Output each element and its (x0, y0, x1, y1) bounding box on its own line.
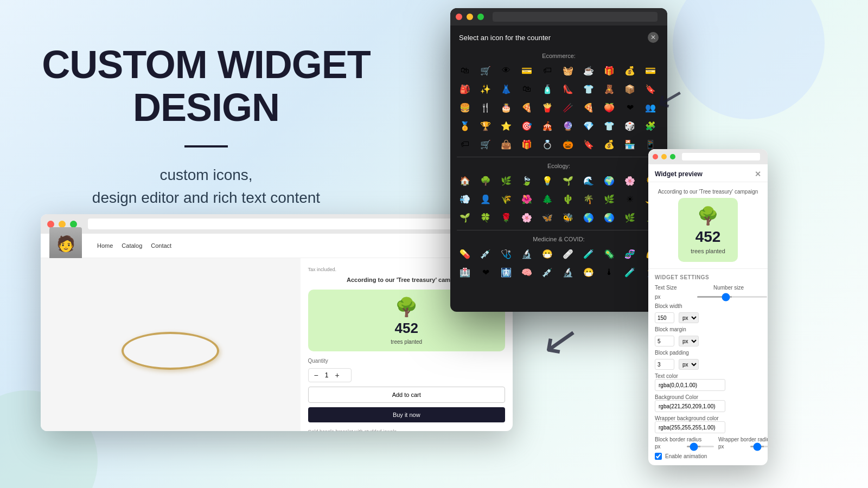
icon-cell[interactable]: 🌏 (601, 209, 617, 226)
icon-cell[interactable]: 👁 (498, 62, 514, 79)
modal-body[interactable]: Ecommerce: 🛍 🛒 👁 💳 🏷 🧺 ☕ 🎁 💰 💳 🎒 ✨ 👗 🛍 🧴… (450, 47, 667, 312)
icon-cell[interactable]: 🍟 (539, 99, 556, 115)
icon-cell[interactable]: 💉 (477, 246, 494, 262)
icon-cell[interactable]: 💨 (457, 191, 473, 207)
icon-cell[interactable]: 💍 (539, 136, 556, 152)
icon-cell[interactable]: 🩺 (498, 246, 514, 262)
icon-cell[interactable]: 🌊 (580, 172, 597, 189)
icon-cell[interactable]: 🛒 (477, 136, 494, 152)
icon-cell[interactable]: 🏅 (457, 118, 473, 134)
icon-cell[interactable]: 🏷 (457, 136, 473, 152)
icon-cell[interactable]: 🔖 (580, 136, 597, 152)
block-padding-unit-select[interactable]: px (679, 359, 699, 370)
icon-cell[interactable]: 🛒 (477, 62, 494, 79)
icon-cell[interactable]: 🌹 (498, 209, 514, 226)
icon-cell[interactable]: 💳 (519, 62, 535, 79)
icon-cell[interactable]: 🌴 (580, 191, 597, 207)
text-color-input[interactable] (655, 379, 725, 391)
icon-cell[interactable]: 🎲 (622, 118, 638, 134)
block-width-unit-select[interactable]: px (679, 312, 699, 323)
qty-plus[interactable]: + (335, 371, 339, 380)
icon-cell[interactable]: 🌿 (601, 191, 617, 207)
icon-cell[interactable]: 🏆 (477, 118, 494, 134)
icon-cell[interactable]: 🧪 (580, 246, 597, 262)
block-margin-unit-select[interactable]: px (679, 336, 699, 346)
icon-cell[interactable]: 💰 (622, 62, 638, 79)
icon-cell[interactable]: 🌱 (560, 172, 576, 189)
icon-cell[interactable]: 🛍 (457, 62, 473, 79)
icon-cell[interactable]: 😷 (580, 264, 597, 280)
icon-cell[interactable]: 🧩 (642, 118, 659, 134)
icon-cell[interactable]: 🌿 (498, 172, 514, 189)
buy-now-button[interactable]: Buy it now (308, 407, 506, 422)
icon-cell[interactable]: 👕 (580, 81, 597, 97)
icon-cell[interactable]: 🏷 (539, 62, 556, 79)
browser-maximize-dot[interactable] (70, 221, 77, 228)
icon-cell[interactable]: 🌳 (477, 172, 494, 189)
icon-cell[interactable]: 🌲 (539, 191, 556, 207)
icon-cell[interactable]: 🧠 (519, 264, 535, 280)
icon-cell[interactable]: ⭐ (498, 118, 514, 134)
icon-cell[interactable]: 👗 (498, 81, 514, 97)
icon-cell[interactable]: 🌸 (622, 172, 638, 189)
block-width-input[interactable] (655, 312, 674, 323)
icon-cell[interactable]: 🧺 (560, 62, 576, 79)
panel-minimize-dot[interactable] (661, 154, 667, 159)
icon-cell[interactable]: 🍔 (457, 99, 473, 115)
icon-cell[interactable]: 🩻 (498, 264, 514, 280)
block-border-radius-slider[interactable] (687, 446, 714, 447)
bg-color-input[interactable] (655, 400, 725, 412)
quantity-control[interactable]: − 1 + (308, 368, 352, 382)
icon-cell[interactable]: 💎 (580, 118, 597, 134)
icon-cell[interactable]: 👜 (498, 136, 514, 152)
icon-cell[interactable]: 🍕 (580, 99, 597, 115)
icon-cell[interactable]: ❤ (622, 99, 638, 115)
qty-minus[interactable]: − (314, 371, 318, 380)
icon-cell[interactable]: ❤ (477, 264, 494, 280)
modal-maximize-dot[interactable] (477, 14, 484, 20)
icon-cell[interactable]: 🎁 (519, 136, 535, 152)
text-size-slider[interactable] (697, 296, 767, 298)
icon-cell[interactable]: 👕 (601, 118, 617, 134)
icon-cell[interactable]: 🛍 (519, 81, 535, 97)
icon-cell[interactable]: 🍑 (601, 99, 617, 115)
block-margin-input[interactable] (655, 336, 674, 346)
icon-cell[interactable]: 💳 (642, 62, 659, 79)
icon-cell[interactable]: 🍴 (477, 99, 494, 115)
icon-cell[interactable]: 🌵 (560, 191, 576, 207)
icon-cell[interactable]: 🧸 (601, 81, 617, 97)
icon-cell[interactable]: 🎪 (539, 118, 556, 134)
browser-close-dot[interactable] (47, 221, 54, 228)
add-to-cart-button[interactable]: Add to cart (308, 387, 506, 403)
icon-cell[interactable]: ✨ (477, 81, 494, 97)
icon-cell[interactable]: 🏪 (622, 136, 638, 152)
icon-cell[interactable]: 🥢 (560, 99, 576, 115)
icon-cell[interactable]: 📦 (622, 81, 638, 97)
block-padding-input[interactable] (655, 359, 674, 370)
icon-cell[interactable]: 🦋 (539, 209, 556, 226)
icon-cell[interactable]: ☀ (622, 191, 638, 207)
icon-cell[interactable]: 🎯 (519, 118, 535, 134)
icon-cell[interactable]: 💊 (457, 246, 473, 262)
icon-cell[interactable]: 💉 (539, 264, 556, 280)
modal-minimize-dot[interactable] (467, 14, 473, 20)
icon-cell[interactable]: 🌡 (601, 264, 617, 280)
icon-cell[interactable]: 🏥 (457, 264, 473, 280)
nav-contact[interactable]: Contact (151, 242, 171, 249)
browser-minimize-dot[interactable] (59, 221, 66, 228)
icon-cell[interactable]: 🏠 (457, 172, 473, 189)
modal-close-button[interactable]: ✕ (648, 32, 659, 43)
icon-cell[interactable]: 🦠 (601, 246, 617, 262)
icon-cell[interactable]: 🌎 (580, 209, 597, 226)
icon-cell[interactable]: 🎃 (560, 136, 576, 152)
icon-cell[interactable]: 🌸 (519, 209, 535, 226)
icon-cell[interactable]: 🍕 (519, 99, 535, 115)
icon-cell[interactable]: 👠 (560, 81, 576, 97)
nav-catalog[interactable]: Catalog (122, 242, 142, 249)
icon-cell[interactable]: ☕ (580, 62, 597, 79)
browser-url-bar[interactable] (88, 219, 500, 229)
panel-close-dot[interactable] (653, 154, 658, 159)
icon-cell[interactable]: 🌾 (498, 191, 514, 207)
icon-cell[interactable]: 🩹 (560, 246, 576, 262)
icon-cell[interactable]: 💰 (601, 136, 617, 152)
